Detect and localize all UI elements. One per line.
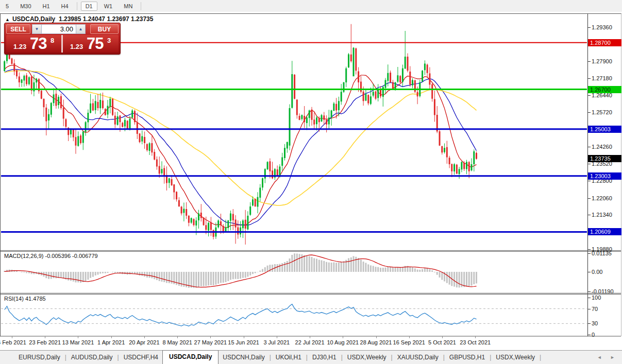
tab-scroll-left-icon[interactable]: ◄ xyxy=(597,355,602,360)
timeframe-button-w1[interactable]: W1 xyxy=(99,2,117,11)
tab-usdcad-daily[interactable]: USDCAD,Daily xyxy=(162,350,218,364)
chart-ohlc-label: 1.23985 1.24047 1.23697 1.23735 xyxy=(59,15,154,23)
volume-decrease-button[interactable]: ▼ xyxy=(32,24,42,34)
chart-title: ▲USDCAD,Daily 1.23985 1.24047 1.23697 1.… xyxy=(5,15,153,23)
tab-xauusd-daily[interactable]: XAUUSD,Daily xyxy=(393,351,443,364)
chart-symbol-label: USDCAD,Daily xyxy=(12,15,55,23)
timeframe-button-h4[interactable]: H4 xyxy=(57,2,73,11)
buy-price-pip: 3 xyxy=(107,37,111,44)
timeframe-button-mn[interactable]: MN xyxy=(119,2,137,11)
buy-price-button[interactable]: 1.23 75 3 xyxy=(63,35,119,53)
tab-eurusd-daily[interactable]: EURUSD,Daily xyxy=(14,351,64,364)
one-click-trade-panel: SELL ▼ 3.00 ▲ BUY 1.23 73 8 1.23 75 3 xyxy=(4,23,121,55)
tab-usdx-weekly[interactable]: USDX,Weekly xyxy=(343,351,391,364)
tab-scroll-right-icon[interactable]: ► xyxy=(610,355,615,360)
volume-input[interactable]: 3.00 xyxy=(42,24,76,34)
sell-price-main: 73 xyxy=(30,34,46,53)
timeframe-button-m5[interactable]: 5 xyxy=(1,2,13,11)
timeframe-toolbar: 5 M30 H1 H4 D1 W1 MN xyxy=(0,0,622,12)
timeframe-button-m30[interactable]: M30 xyxy=(15,2,36,11)
sell-price-pip: 8 xyxy=(51,37,54,44)
sell-price-prefix: 1.23 xyxy=(13,43,26,50)
tab-usdx-weekly-2[interactable]: USDX,Weekly xyxy=(492,351,539,364)
tab-usdcnh-daily[interactable]: USDCNH,Daily xyxy=(218,351,268,364)
sell-price-button[interactable]: 1.23 73 8 xyxy=(6,35,61,53)
rsi-indicator-label: RSI(14) 41.4785 xyxy=(4,296,46,302)
buy-price-main: 75 xyxy=(87,34,103,53)
tab-separator: | xyxy=(539,354,542,364)
tab-gbpusd-h1[interactable]: GBPUSD,H1 xyxy=(445,351,489,364)
toolbar-separator xyxy=(141,2,141,10)
collapse-triangle-icon: ▲ xyxy=(5,17,10,22)
mt4-terminal: { "toolbar": {"timeframes": ["5","M30","… xyxy=(0,0,622,364)
volume-stepper: ▼ 3.00 ▲ xyxy=(32,24,86,34)
macd-indicator-label: MACD(12,26,9) -0.005396 -0.006779 xyxy=(4,253,98,259)
volume-increase-button[interactable]: ▲ xyxy=(76,24,86,34)
tab-dj30-h1[interactable]: DJ30,H1 xyxy=(308,351,341,364)
toolbar-separator xyxy=(77,2,77,10)
timeframe-button-h1[interactable]: H1 xyxy=(38,2,55,11)
chart-tab-bar: EURUSD,Daily| AUDUSD,Daily| USDCHF,H4 US… xyxy=(0,350,622,364)
tab-usdchf-h4[interactable]: USDCHF,H4 xyxy=(120,351,162,364)
chart-window[interactable] xyxy=(0,12,622,350)
tab-audusd-daily[interactable]: AUDUSD,Daily xyxy=(67,351,117,364)
buy-price-prefix: 1.23 xyxy=(70,43,83,50)
tab-ukoil-h1[interactable]: UKOil,H1 xyxy=(272,351,306,364)
timeframe-button-d1[interactable]: D1 xyxy=(81,2,97,11)
sell-button[interactable]: SELL xyxy=(6,24,30,34)
tab-scroll-arrows: ◄ ► xyxy=(590,355,615,364)
buy-button[interactable]: BUY xyxy=(90,24,119,34)
